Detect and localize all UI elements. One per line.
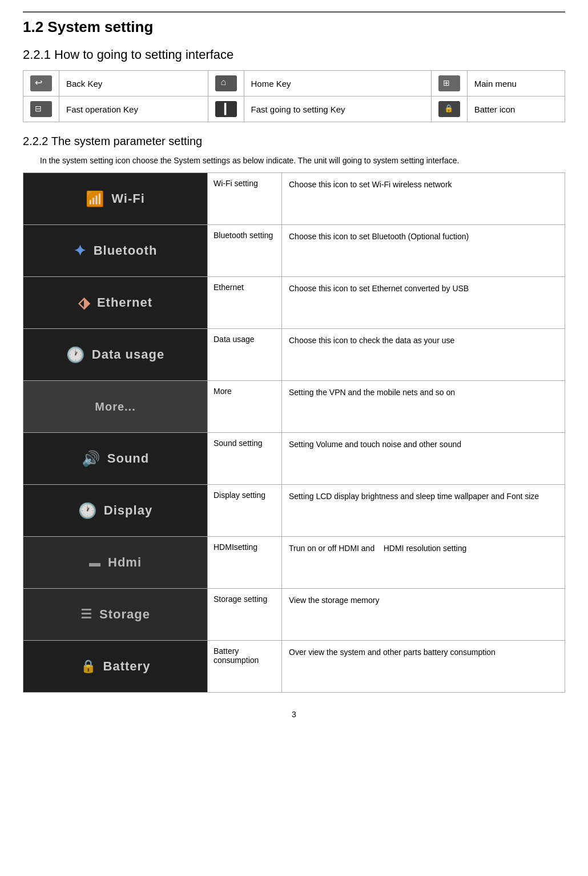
display-icon-img: 🕐 Display [23, 485, 207, 536]
display-icon: 🕐 [78, 502, 97, 520]
section2-heading: 2.2.2 The system parameter setting [23, 135, 565, 148]
page-title: 1.2 System setting [23, 18, 565, 36]
sound-icon: 🔊 [82, 450, 100, 468]
ethernet-setting-name: Ethernet [208, 277, 282, 329]
more-setting-desc: Setting the VPN and the mobile nets and … [282, 381, 565, 433]
wifi-icon-img: 📶 Wi-Fi [23, 173, 207, 224]
data-usage-icon-img: 🕐 Data usage [23, 329, 207, 380]
bluetooth-icon-cell: ✦ Bluetooth [23, 225, 208, 277]
hdmi-icon-cell: ▬ Hdmi [23, 537, 208, 589]
batter-icon [438, 101, 460, 117]
display-icon-label: Display [104, 503, 152, 518]
batter-icon-label: Batter icon [467, 97, 565, 122]
back-key-icon-cell [23, 71, 59, 97]
section2-intro: In the system setting icon choose the Sy… [23, 155, 565, 167]
table-row: 🔒 Battery Battery consumption Over view … [23, 641, 565, 693]
table-row: 📶 Wi-Fi Wi-Fi setting Choose this icon t… [23, 173, 565, 225]
batter-icon-cell [431, 97, 467, 122]
storage-icon-img: ☰ Storage [23, 589, 207, 640]
wifi-icon: 📶 [86, 190, 104, 208]
bluetooth-icon-label: Bluetooth [94, 243, 158, 258]
display-setting-name: Display setting [208, 485, 282, 537]
section1-heading: 2.2.1 How to going to setting interface [23, 47, 565, 62]
table-row: ▬ Hdmi HDMIsetting Trun on or off HDMI a… [23, 537, 565, 589]
bluetooth-setting-name: Bluetooth setting [208, 225, 282, 277]
data-usage-setting-desc: Choose this icon to check the data as yo… [282, 329, 565, 381]
battery-setting-desc: Over view the system and other parts bat… [282, 641, 565, 693]
data-usage-icon-cell: 🕐 Data usage [23, 329, 208, 381]
fast-key-label: Fast operation Key [59, 97, 208, 122]
data-usage-icon-label: Data usage [92, 347, 164, 362]
hdmi-icon-label: Hdmi [108, 555, 142, 570]
battery-icon-cell: 🔒 Battery [23, 641, 208, 693]
more-icon-cell: More... [23, 381, 208, 433]
main-menu-label: Main menu [467, 71, 565, 97]
settings-table: 📶 Wi-Fi Wi-Fi setting Choose this icon t… [23, 172, 565, 693]
fset-key-icon-cell [208, 97, 244, 122]
battery-icon-label: Battery [103, 659, 151, 674]
table-row: 🕐 Data usage Data usage Choose this icon… [23, 329, 565, 381]
more-setting-name: More [208, 381, 282, 433]
bluetooth-setting-desc: Choose this icon to set Bluetooth (Optio… [282, 225, 565, 277]
fast-setting-key-label: Fast going to setting Key [244, 97, 431, 122]
home-key-icon-cell [208, 71, 244, 97]
hdmi-setting-desc: Trun on or off HDMI and HDMI resolution … [282, 537, 565, 589]
keys-table: Back Key Home Key Main menu Fast operati… [23, 70, 565, 122]
wifi-setting-name: Wi-Fi setting [208, 173, 282, 225]
table-row: 🕐 Display Display setting Setting LCD di… [23, 485, 565, 537]
storage-icon-label: Storage [99, 607, 150, 622]
table-row: ⬗ Ethernet Ethernet Choose this icon to … [23, 277, 565, 329]
display-setting-desc: Setting LCD display brightness and sleep… [282, 485, 565, 537]
bluetooth-icon-img: ✦ Bluetooth [23, 225, 207, 276]
ethernet-icon-label: Ethernet [97, 295, 152, 310]
battery-icon: 🔒 [80, 659, 96, 674]
hdmi-setting-name: HDMIsetting [208, 537, 282, 589]
data-usage-setting-name: Data usage [208, 329, 282, 381]
storage-setting-name: Storage setting [208, 589, 282, 641]
ethernet-icon-cell: ⬗ Ethernet [23, 277, 208, 329]
ethernet-icon: ⬗ [78, 294, 90, 312]
storage-icon-cell: ☰ Storage [23, 589, 208, 641]
more-icon-label: More... [95, 400, 135, 413]
data-usage-icon: 🕐 [66, 346, 85, 364]
sound-setting-name: Sound setting [208, 433, 282, 485]
wifi-setting-desc: Choose this icon to set Wi-Fi wireless n… [282, 173, 565, 225]
storage-icon: ☰ [80, 607, 92, 622]
hdmi-icon-img: ▬ Hdmi [23, 537, 207, 588]
ethernet-icon-img: ⬗ Ethernet [23, 277, 207, 328]
home-key-label: Home Key [244, 71, 431, 97]
sound-icon-img: 🔊 Sound [23, 433, 207, 484]
storage-setting-desc: View the storage memory [282, 589, 565, 641]
hdmi-icon: ▬ [89, 556, 101, 569]
table-row: More... More Setting the VPN and the mob… [23, 381, 565, 433]
battery-setting-name: Battery consumption [208, 641, 282, 693]
more-icon-img: More... [23, 381, 207, 432]
fast-key-icon-cell [23, 97, 59, 122]
menu-key-icon-cell [431, 71, 467, 97]
battery-icon-img: 🔒 Battery [23, 641, 207, 692]
table-row: 🔊 Sound Sound setting Setting Volume and… [23, 433, 565, 485]
fast-setting-key-icon [215, 101, 237, 117]
fast-key-icon [30, 101, 52, 117]
page-number: 3 [23, 710, 565, 719]
wifi-icon-cell: 📶 Wi-Fi [23, 173, 208, 225]
table-row: ✦ Bluetooth Bluetooth setting Choose thi… [23, 225, 565, 277]
bluetooth-icon: ✦ [74, 242, 87, 260]
ethernet-setting-desc: Choose this icon to set Ethernet convert… [282, 277, 565, 329]
display-icon-cell: 🕐 Display [23, 485, 208, 537]
sound-icon-cell: 🔊 Sound [23, 433, 208, 485]
menu-key-icon [438, 75, 460, 91]
back-key-label: Back Key [59, 71, 208, 97]
sound-icon-label: Sound [107, 451, 149, 466]
back-key-icon [30, 75, 52, 91]
wifi-icon-label: Wi-Fi [111, 191, 145, 206]
home-key-icon [215, 75, 237, 91]
sound-setting-desc: Setting Volume and touch noise and other… [282, 433, 565, 485]
table-row: ☰ Storage Storage setting View the stora… [23, 589, 565, 641]
